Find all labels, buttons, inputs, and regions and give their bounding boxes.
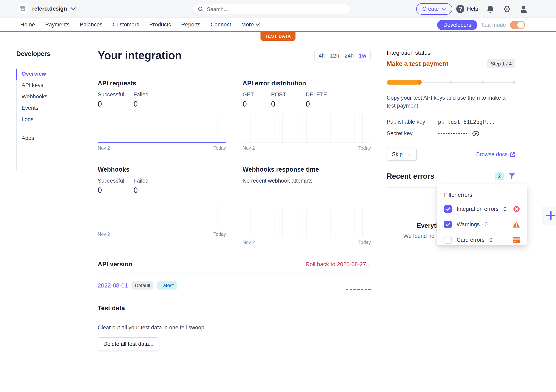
sidebar-item-webhooks[interactable]: Webhooks (16, 91, 85, 102)
filter-option-label: Integration errors · 0 (457, 206, 513, 212)
stat-label: Failed (133, 91, 169, 98)
publishable-key-row: Publishable key pk_test_51L2bgP... (387, 119, 515, 125)
test-data-description: Clear out all your test data in one fell… (98, 324, 371, 331)
checkbox-checked[interactable] (444, 221, 452, 228)
charts-grid: API requests Successful 0 Failed 0 Nov 2… (98, 80, 371, 245)
eye-icon[interactable] (472, 130, 480, 137)
chart-plot-area (243, 209, 371, 237)
default-badge: Default (131, 281, 154, 290)
stat-label: Failed (133, 178, 169, 184)
stat-label: Successful (98, 91, 133, 98)
browse-docs-label: Browse docs (476, 151, 508, 158)
chart-x-axis: Nov 2 Today (243, 145, 371, 151)
nav-item-home[interactable]: Home (20, 22, 35, 28)
stat-label: POST (271, 91, 306, 98)
stat-delete: DELETE 0 (306, 91, 341, 108)
x-axis-end-label: Today (358, 145, 371, 151)
x-axis-end-label: Today (358, 240, 371, 245)
progress-dot (481, 81, 484, 84)
x-axis-start-label: Nov 2 (243, 145, 255, 151)
filter-errors-popover: Filter errors: Integration errors · 0 Wa… (437, 184, 527, 245)
avatar (520, 5, 527, 13)
test-mode-toggle[interactable] (510, 21, 525, 29)
sidebar-item-apps[interactable]: Apps (16, 132, 85, 144)
main-content: Your integration 4h 12h 24h 1w API reque… (98, 49, 371, 351)
page-title: Your integration (98, 49, 182, 62)
stat-label: DELETE (306, 91, 341, 98)
sidebar-list: Overview API keys Webhooks Events Logs A… (16, 68, 85, 144)
chart-baseline (243, 237, 371, 237)
rollback-link[interactable]: Roll back to 2020-08-27... (305, 261, 371, 268)
progress-knob (417, 80, 422, 85)
stats-row: Successful 0 Failed 0 (98, 91, 226, 108)
popover-title: Filter errors: (444, 192, 520, 198)
help-button[interactable]: ? Help (456, 5, 478, 13)
account-switcher[interactable]: refero.design (17, 3, 76, 15)
time-filter-group: 4h 12h 24h 1w (314, 50, 371, 61)
time-filter-1w[interactable]: 1w (359, 53, 366, 59)
notifications-button[interactable] (486, 4, 495, 14)
secret-key-masked: •••••••••••• (438, 130, 480, 137)
recent-errors-tools: 2 (495, 172, 515, 180)
nav-item-balances[interactable]: Balances (80, 22, 102, 28)
nav-item-payments[interactable]: Payments (45, 22, 70, 28)
chart-x-axis: Nov 2 Today (98, 232, 226, 237)
integration-step-row: Make a test payment Step 1 / 4 (387, 59, 515, 68)
error-circle-icon (513, 205, 520, 213)
chart-baseline (243, 143, 371, 143)
stat-get: GET 0 (243, 91, 271, 108)
filter-funnel-icon[interactable] (508, 173, 515, 180)
browse-docs-link[interactable]: Browse docs (476, 151, 515, 158)
stat-value: 0 (98, 186, 133, 195)
chart-plot-area (98, 114, 226, 143)
delete-test-data-button[interactable]: Delete all test data... (98, 337, 159, 351)
sidebar-item-logs[interactable]: Logs (16, 114, 85, 125)
stat-value: 0 (98, 100, 133, 108)
settings-button[interactable]: ⚙ (502, 4, 512, 14)
time-filter-24h[interactable]: 24h (345, 53, 354, 59)
progress-fill (387, 80, 419, 85)
account-name: refero.design (32, 6, 67, 12)
checkbox-unchecked[interactable] (444, 236, 452, 244)
page-head: Your integration 4h 12h 24h 1w (98, 49, 371, 62)
time-filter-4h[interactable]: 4h (319, 53, 325, 59)
progress-bar (387, 80, 515, 85)
sidebar-item-api-keys[interactable]: API keys (16, 80, 85, 91)
masked-dots: •••••••••••• (438, 131, 468, 136)
api-version-link[interactable]: 2022-08-01 (98, 282, 128, 289)
nav-item-reports[interactable]: Reports (181, 22, 201, 28)
publishable-key-label: Publishable key (387, 119, 438, 125)
chart-webhooks: Webhooks Successful 0 Failed 0 Nov 2 Tod… (98, 166, 226, 245)
chart-plot-area (98, 201, 226, 229)
api-version-section: API version Roll back to 2020-08-27... 2… (98, 261, 371, 292)
empty-state-title: Everyth (417, 222, 440, 229)
checkbox-checked[interactable] (444, 205, 452, 213)
gear-icon: ⚙ (503, 5, 511, 14)
time-filter-12h[interactable]: 12h (330, 53, 339, 59)
nav-item-connect[interactable]: Connect (211, 22, 231, 28)
search-bar[interactable] (193, 4, 350, 15)
test-mode-label: Test mode (480, 22, 506, 28)
x-axis-end-label: Today (214, 232, 226, 237)
nav-item-customers[interactable]: Customers (113, 22, 139, 28)
redacted-dashed-line (346, 289, 371, 290)
recent-errors-header: Recent errors 2 (387, 172, 515, 181)
step-title: Make a test payment (387, 60, 448, 68)
stat-successful: Successful 0 (98, 91, 133, 108)
profile-button[interactable] (519, 4, 528, 14)
sidebar-item-events[interactable]: Events (16, 102, 85, 114)
search-input[interactable] (207, 6, 345, 12)
sidebar-item-overview[interactable]: Overview (16, 68, 85, 80)
add-button[interactable] (542, 207, 556, 225)
arrow-right-icon: → (406, 151, 411, 158)
chart-empty-message: No recent webhook attempts (243, 178, 371, 184)
nav-item-products[interactable]: Products (149, 22, 171, 28)
nav-item-more[interactable]: More (241, 22, 260, 28)
skip-button[interactable]: Skip → (387, 148, 417, 161)
sidebar-rail (16, 69, 17, 171)
create-button[interactable]: Create (416, 3, 452, 15)
developers-pill-button[interactable]: Developers (437, 20, 477, 30)
publishable-key-value[interactable]: pk_test_51L2bgP... (438, 119, 495, 125)
stats-row: Successful 0 Failed 0 (98, 178, 226, 195)
search-icon (198, 6, 203, 12)
